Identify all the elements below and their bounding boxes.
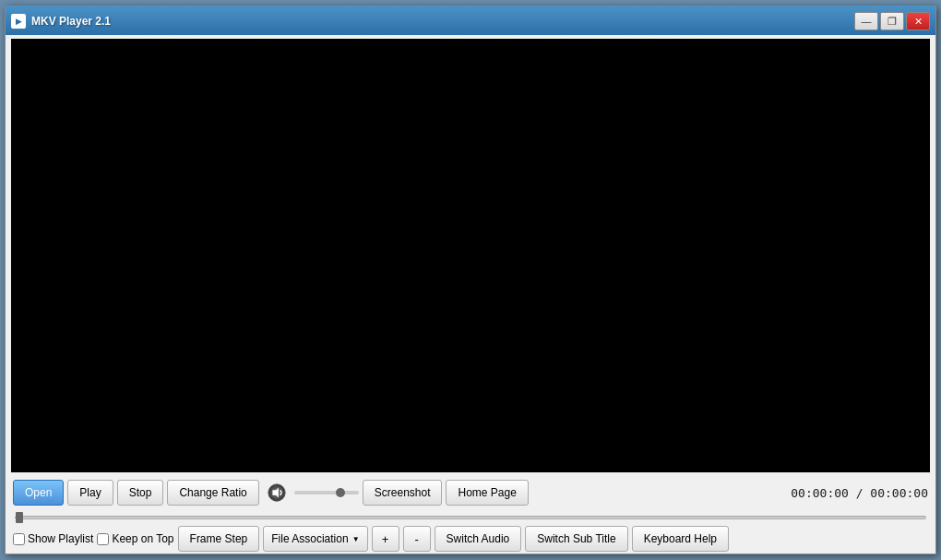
time-display: 00:00:00 / 00:00:00 [791,486,928,500]
change-ratio-button[interactable]: Change Ratio [167,480,258,506]
controls-row-3: Show Playlist Keep on Top Frame Step Fil… [13,526,928,552]
restore-button[interactable]: ❐ [880,12,904,30]
show-playlist-label[interactable]: Show Playlist [13,532,93,545]
keep-on-top-checkbox[interactable] [97,533,109,545]
volume-icon[interactable] [263,480,291,506]
open-button[interactable]: Open [13,480,64,506]
title-bar-buttons: — ❐ ✕ [854,12,930,30]
keep-on-top-label[interactable]: Keep on Top [97,532,173,545]
window-title: MKV Player 2.1 [31,15,111,28]
title-bar: ▶ MKV Player 2.1 — ❐ ✕ [6,7,935,35]
plus-button[interactable]: + [372,526,399,552]
seek-bar[interactable] [15,516,926,519]
main-window: ▶ MKV Player 2.1 — ❐ ✕ Open Play Stop Ch… [5,6,936,554]
app-icon: ▶ [11,14,26,29]
volume-slider[interactable] [294,491,359,494]
title-bar-left: ▶ MKV Player 2.1 [11,14,111,29]
home-page-button[interactable]: Home Page [446,480,528,506]
seek-bar-container [13,509,928,522]
frame-step-button[interactable]: Frame Step [178,526,260,552]
stop-button[interactable]: Stop [117,480,164,506]
controls-area: Open Play Stop Change Ratio [6,476,935,554]
screenshot-button[interactable]: Screenshot [363,480,443,506]
file-association-dropdown[interactable]: File Association ▼ [263,526,367,552]
video-display [11,39,930,472]
close-button[interactable]: ✕ [906,12,930,30]
play-button[interactable]: Play [67,480,113,506]
minus-button[interactable]: - [403,526,431,552]
switch-subtitle-button[interactable]: Switch Sub Title [525,526,627,552]
keyboard-help-button[interactable]: Keyboard Help [632,526,729,552]
minimize-button[interactable]: — [854,12,878,30]
dropdown-arrow-icon: ▼ [352,535,360,543]
controls-row-1: Open Play Stop Change Ratio [13,480,928,506]
switch-audio-button[interactable]: Switch Audio [435,526,522,552]
show-playlist-checkbox[interactable] [13,533,25,545]
